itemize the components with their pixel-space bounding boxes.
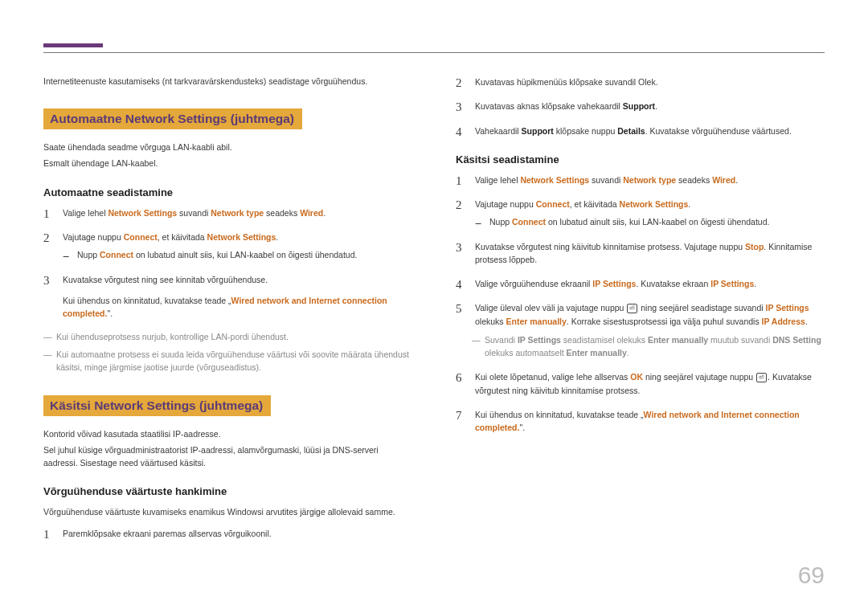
step: Kui olete lõpetanud, valige lehe allserv… — [456, 370, 825, 397]
right-column: Kuvatavas hüpikmenüüs klõpsake suvandil … — [456, 76, 825, 551]
t: on lubatud ainult siis, kui LAN-kaabel o… — [546, 217, 769, 227]
bold: Support — [522, 126, 554, 136]
t: olekuks — [475, 317, 506, 326]
t: Suvandi — [485, 335, 518, 345]
t: klõpsake nuppu — [554, 126, 617, 136]
step: Paremklõpsake ekraani paremas allservas … — [43, 527, 412, 540]
hl: Network Settings — [620, 199, 689, 209]
t: olekuks automaatselt — [485, 348, 567, 358]
bold: Support — [623, 101, 655, 111]
hl: Stop — [745, 242, 764, 251]
step: Kui ühendus on kinnitatud, kuvatakse tea… — [456, 408, 825, 435]
t: . — [655, 101, 657, 111]
hl: Network type — [211, 208, 264, 218]
para: Sel juhul küsige võrguadministraatorist … — [43, 443, 412, 470]
t: suvandi — [177, 208, 211, 218]
step: Valige lehel Network Settings suvandi Ne… — [456, 174, 825, 186]
step: Vajutage nuppu Connect, et käivitada Net… — [456, 198, 825, 229]
hl: Network type — [623, 175, 676, 185]
t: Kuvatakse võrgutest ning see kinnitab võ… — [63, 275, 268, 284]
section-heading-auto: Automaatne Network Settings (juhtmega) — [43, 108, 302, 129]
t: ning seejärel seadistage suvandi — [638, 303, 765, 313]
t: seadeks — [676, 175, 712, 185]
t: , et käivitada — [570, 199, 620, 209]
t: Kui ühendus on kinnitatud, kuvatakse tea… — [475, 410, 644, 419]
para: Võrguühenduse väärtuste kuvamiseks enami… — [43, 505, 412, 518]
subheading-get-values: Võrguühenduse väärtuste hankimine — [43, 485, 412, 497]
hl: IP Settings — [592, 279, 636, 288]
step: Kuvatavas aknas klõpsake vahekaardil Sup… — [456, 100, 825, 112]
t: , et käivitada — [158, 232, 207, 242]
bold: IP Settings — [518, 335, 561, 345]
t: Kui ühendus on kinnitatud, kuvatakse tea… — [63, 296, 231, 305]
t: . — [805, 317, 808, 326]
t: . Kuvatakse ekraan — [636, 279, 710, 288]
para: Kontorid võivad kasutada staatilisi IP-a… — [43, 427, 412, 440]
t: ". — [519, 423, 525, 432]
para: Saate ühendada seadme võrguga LAN-kaabli… — [43, 141, 412, 153]
t: Nupp — [489, 217, 512, 227]
t: Kuvatavas aknas klõpsake vahekaardil — [475, 101, 623, 111]
steps-values-cont: Kuvatavas hüpikmenüüs klõpsake suvandil … — [456, 76, 825, 137]
hl: IP Settings — [710, 279, 754, 288]
enter-icon: ⏎ — [627, 304, 637, 313]
intro-text: Internetiteenuste kasutamiseks (nt tarkv… — [43, 76, 412, 88]
steps-auto: Valige lehel Network Settings suvandi Ne… — [43, 206, 412, 321]
steps-values: Paremklõpsake ekraani paremas allservas … — [43, 527, 412, 540]
t: . Kuvatakse võrguühenduse väärtused. — [645, 126, 792, 136]
t: Kuvatavas hüpikmenüüs klõpsake suvandil … — [475, 77, 658, 87]
horizontal-rule — [43, 52, 825, 53]
t: on lubatud ainult siis, kui LAN-kaabel o… — [133, 250, 357, 260]
left-column: Internetiteenuste kasutamiseks (nt tarkv… — [43, 76, 412, 551]
hl: Network Settings — [108, 208, 177, 218]
t: . — [323, 208, 326, 218]
t: Valige võrguühenduse ekraanil — [475, 279, 592, 288]
steps-manual: Valige lehel Network Settings suvandi Ne… — [456, 174, 825, 435]
content-columns: Internetiteenuste kasutamiseks (nt tarkv… — [43, 76, 825, 551]
t: Vajutage nuppu — [63, 232, 124, 242]
t: suvandi — [589, 175, 623, 185]
t: . — [754, 279, 756, 288]
t: muutub suvandi — [708, 335, 772, 345]
hl: Connect — [536, 199, 570, 209]
t: seadistamisel olekuks — [561, 335, 648, 345]
t: Valige lehel — [475, 175, 520, 185]
hl: Connect — [100, 250, 133, 260]
t: Valige üleval olev väli ja vajutage nupp… — [475, 303, 626, 313]
step: Valige üleval olev väli ja vajutage nupp… — [456, 301, 825, 359]
t: Vajutage nuppu — [475, 199, 536, 209]
t: . — [276, 232, 278, 242]
sub-bullet: Nupp Connect on lubatud ainult siis, kui… — [63, 248, 412, 261]
hl: Network Settings — [207, 232, 276, 242]
t: Kuvatakse võrgutest ning käivitub kinnit… — [475, 242, 745, 251]
hl: Connect — [512, 217, 546, 227]
bold: Enter manually — [648, 335, 708, 345]
t: Kui olete lõpetanud, valige lehe allserv… — [475, 372, 630, 382]
hl: Network Settings — [520, 175, 589, 185]
note: Kui automaatne protsess ei suuda leida v… — [43, 349, 412, 374]
t: . — [735, 175, 738, 185]
enter-icon: ⏎ — [756, 373, 767, 382]
t: ". — [107, 309, 113, 318]
step: Vahekaardil Support klõpsake nuppu Detai… — [456, 125, 825, 137]
step: Valige lehel Network Settings suvandi Ne… — [43, 206, 412, 219]
step: Kuvatakse võrgutest ning käivitub kinnit… — [456, 240, 825, 267]
accent-bar — [43, 43, 103, 47]
hl: Wired — [712, 175, 735, 185]
t: seadeks — [264, 208, 300, 218]
bold: Details — [617, 126, 645, 136]
t: Paremklõpsake ekraani paremas allservas … — [63, 529, 272, 538]
t: Valige lehel — [63, 208, 108, 218]
step: Vajutage nuppu Connect, et käivitada Net… — [43, 231, 412, 262]
sub-bullet: Nupp Connect on lubatud ainult siis, kui… — [475, 215, 825, 228]
step: Kuvatakse võrgutest ning see kinnitab võ… — [43, 273, 412, 321]
t: . Korrake sisestusprotsessi iga välja pu… — [567, 317, 762, 326]
subheading-manual-setup: Käsitsi seadistamine — [456, 153, 825, 166]
hl: OK — [630, 372, 643, 382]
hl: IP Address — [762, 317, 805, 326]
bold: Enter manually — [567, 348, 627, 358]
hl: Wired — [300, 208, 323, 218]
sub-para: Kui ühendus on kinnitatud, kuvatakse tea… — [63, 294, 412, 321]
t: . — [688, 199, 690, 209]
page-number: 69 — [798, 562, 825, 589]
